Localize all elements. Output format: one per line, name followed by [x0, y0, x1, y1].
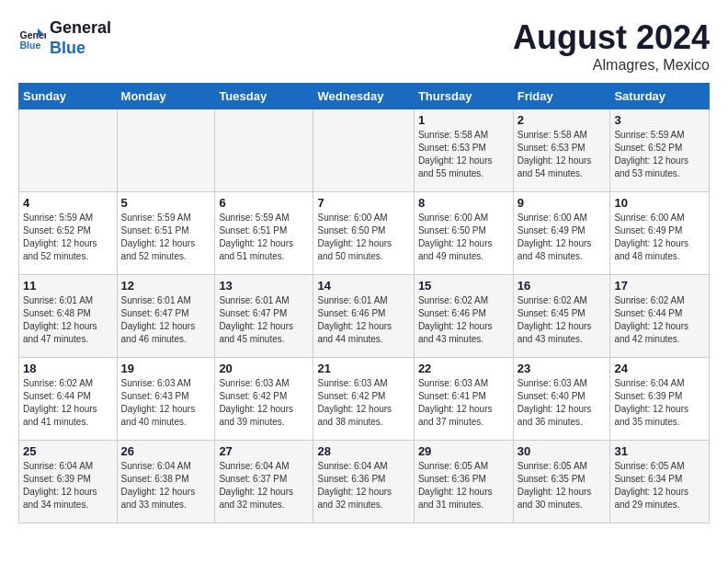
day-number: 2 — [518, 113, 607, 127]
week-row-2: 4Sunrise: 5:59 AM Sunset: 6:52 PM Daylig… — [19, 192, 710, 275]
logo-text-line1: General — [50, 18, 111, 39]
calendar-cell: 22Sunrise: 6:03 AM Sunset: 6:41 PM Dayli… — [414, 358, 513, 441]
calendar-header: SundayMondayTuesdayWednesdayThursdayFrid… — [19, 84, 710, 109]
day-detail: Sunrise: 6:03 AM Sunset: 6:41 PM Dayligh… — [418, 377, 509, 429]
week-row-5: 25Sunrise: 6:04 AM Sunset: 6:39 PM Dayli… — [19, 441, 710, 523]
day-detail: Sunrise: 6:05 AM Sunset: 6:36 PM Dayligh… — [418, 460, 509, 511]
calendar-body: 1Sunrise: 5:58 AM Sunset: 6:53 PM Daylig… — [19, 109, 710, 523]
day-number: 31 — [614, 444, 705, 458]
header-day-saturday: Saturday — [610, 84, 710, 109]
day-detail: Sunrise: 5:59 AM Sunset: 6:51 PM Dayligh… — [121, 212, 211, 263]
calendar-cell: 14Sunrise: 6:01 AM Sunset: 6:46 PM Dayli… — [313, 275, 414, 358]
calendar-cell: 8Sunrise: 6:00 AM Sunset: 6:50 PM Daylig… — [414, 192, 513, 275]
calendar-cell: 18Sunrise: 6:02 AM Sunset: 6:44 PM Dayli… — [19, 358, 118, 441]
location: Almagres, Mexico — [513, 57, 710, 74]
logo: General Blue General Blue — [18, 18, 111, 58]
day-number: 8 — [418, 196, 509, 210]
svg-text:Blue: Blue — [20, 39, 41, 50]
day-detail: Sunrise: 6:04 AM Sunset: 6:38 PM Dayligh… — [121, 460, 211, 511]
calendar-cell: 21Sunrise: 6:03 AM Sunset: 6:42 PM Dayli… — [313, 358, 414, 441]
calendar-cell — [117, 109, 215, 192]
week-row-4: 18Sunrise: 6:02 AM Sunset: 6:44 PM Dayli… — [19, 358, 710, 441]
calendar-cell: 16Sunrise: 6:02 AM Sunset: 6:45 PM Dayli… — [513, 275, 610, 358]
day-detail: Sunrise: 6:00 AM Sunset: 6:50 PM Dayligh… — [317, 212, 409, 263]
calendar-cell: 27Sunrise: 6:04 AM Sunset: 6:37 PM Dayli… — [215, 441, 313, 523]
logo-icon: General Blue — [18, 25, 46, 52]
calendar-cell: 17Sunrise: 6:02 AM Sunset: 6:44 PM Dayli… — [610, 275, 710, 358]
day-number: 23 — [518, 362, 607, 375]
day-number: 12 — [121, 279, 211, 293]
day-number: 17 — [614, 279, 705, 293]
calendar-cell: 7Sunrise: 6:00 AM Sunset: 6:50 PM Daylig… — [313, 192, 414, 275]
day-number: 24 — [614, 362, 705, 375]
day-number: 6 — [219, 196, 309, 210]
day-detail: Sunrise: 6:00 AM Sunset: 6:49 PM Dayligh… — [518, 212, 607, 263]
calendar-cell: 15Sunrise: 6:02 AM Sunset: 6:46 PM Dayli… — [414, 275, 513, 358]
day-detail: Sunrise: 6:03 AM Sunset: 6:43 PM Dayligh… — [121, 377, 211, 429]
day-detail: Sunrise: 6:04 AM Sunset: 6:37 PM Dayligh… — [219, 460, 309, 511]
calendar-cell: 26Sunrise: 6:04 AM Sunset: 6:38 PM Dayli… — [117, 441, 215, 523]
day-detail: Sunrise: 6:04 AM Sunset: 6:39 PM Dayligh… — [614, 377, 705, 429]
day-number: 15 — [418, 279, 509, 293]
calendar-cell — [313, 109, 414, 192]
header-day-wednesday: Wednesday — [313, 84, 414, 109]
day-number: 25 — [23, 444, 113, 458]
day-detail: Sunrise: 6:02 AM Sunset: 6:45 PM Dayligh… — [518, 294, 607, 346]
page-header: General Blue General Blue August 2024 Al… — [18, 18, 710, 74]
day-detail: Sunrise: 5:58 AM Sunset: 6:53 PM Dayligh… — [518, 129, 607, 180]
day-detail: Sunrise: 6:01 AM Sunset: 6:46 PM Dayligh… — [317, 294, 409, 346]
day-detail: Sunrise: 6:05 AM Sunset: 6:34 PM Dayligh… — [614, 460, 705, 511]
calendar-cell: 19Sunrise: 6:03 AM Sunset: 6:43 PM Dayli… — [117, 358, 215, 441]
day-number: 21 — [317, 362, 409, 375]
day-detail: Sunrise: 5:59 AM Sunset: 6:52 PM Dayligh… — [614, 129, 705, 180]
day-detail: Sunrise: 6:01 AM Sunset: 6:48 PM Dayligh… — [23, 294, 113, 346]
header-day-thursday: Thursday — [414, 84, 513, 109]
day-number: 7 — [317, 196, 409, 210]
day-number: 10 — [614, 196, 705, 210]
calendar-cell: 20Sunrise: 6:03 AM Sunset: 6:42 PM Dayli… — [215, 358, 313, 441]
calendar-cell — [19, 109, 118, 192]
calendar-cell: 25Sunrise: 6:04 AM Sunset: 6:39 PM Dayli… — [19, 441, 118, 523]
calendar-cell: 23Sunrise: 6:03 AM Sunset: 6:40 PM Dayli… — [513, 358, 610, 441]
day-number: 13 — [219, 279, 309, 293]
day-detail: Sunrise: 6:00 AM Sunset: 6:50 PM Dayligh… — [418, 212, 509, 263]
day-detail: Sunrise: 6:05 AM Sunset: 6:35 PM Dayligh… — [518, 460, 607, 511]
header-day-tuesday: Tuesday — [215, 84, 313, 109]
day-detail: Sunrise: 6:00 AM Sunset: 6:49 PM Dayligh… — [614, 212, 705, 263]
day-number: 19 — [121, 362, 211, 375]
day-detail: Sunrise: 6:03 AM Sunset: 6:42 PM Dayligh… — [219, 377, 309, 429]
calendar-table: SundayMondayTuesdayWednesdayThursdayFrid… — [18, 83, 710, 523]
calendar-cell: 6Sunrise: 5:59 AM Sunset: 6:51 PM Daylig… — [215, 192, 313, 275]
day-detail: Sunrise: 5:59 AM Sunset: 6:52 PM Dayligh… — [23, 212, 113, 263]
week-row-1: 1Sunrise: 5:58 AM Sunset: 6:53 PM Daylig… — [19, 109, 710, 192]
header-day-sunday: Sunday — [19, 84, 118, 109]
header-row: SundayMondayTuesdayWednesdayThursdayFrid… — [19, 84, 710, 109]
calendar-cell: 24Sunrise: 6:04 AM Sunset: 6:39 PM Dayli… — [610, 358, 710, 441]
day-detail: Sunrise: 6:02 AM Sunset: 6:44 PM Dayligh… — [23, 377, 113, 429]
calendar-cell: 5Sunrise: 5:59 AM Sunset: 6:51 PM Daylig… — [117, 192, 215, 275]
day-number: 14 — [317, 279, 409, 293]
calendar-cell: 1Sunrise: 5:58 AM Sunset: 6:53 PM Daylig… — [414, 109, 513, 192]
day-detail: Sunrise: 6:03 AM Sunset: 6:42 PM Dayligh… — [317, 377, 409, 429]
calendar-cell: 29Sunrise: 6:05 AM Sunset: 6:36 PM Dayli… — [414, 441, 513, 523]
calendar-cell: 9Sunrise: 6:00 AM Sunset: 6:49 PM Daylig… — [513, 192, 610, 275]
calendar-cell: 4Sunrise: 5:59 AM Sunset: 6:52 PM Daylig… — [19, 192, 118, 275]
calendar-cell: 3Sunrise: 5:59 AM Sunset: 6:52 PM Daylig… — [610, 109, 710, 192]
day-detail: Sunrise: 6:04 AM Sunset: 6:39 PM Dayligh… — [23, 460, 113, 511]
day-number: 26 — [121, 444, 211, 458]
day-detail: Sunrise: 6:01 AM Sunset: 6:47 PM Dayligh… — [121, 294, 211, 346]
calendar-cell: 11Sunrise: 6:01 AM Sunset: 6:48 PM Dayli… — [19, 275, 118, 358]
day-number: 4 — [23, 196, 113, 210]
calendar-cell: 28Sunrise: 6:04 AM Sunset: 6:36 PM Dayli… — [313, 441, 414, 523]
day-detail: Sunrise: 5:58 AM Sunset: 6:53 PM Dayligh… — [418, 129, 509, 180]
month-year: August 2024 — [513, 18, 710, 57]
week-row-3: 11Sunrise: 6:01 AM Sunset: 6:48 PM Dayli… — [19, 275, 710, 358]
day-detail: Sunrise: 5:59 AM Sunset: 6:51 PM Dayligh… — [219, 212, 309, 263]
day-number: 20 — [219, 362, 309, 375]
calendar-cell: 13Sunrise: 6:01 AM Sunset: 6:47 PM Dayli… — [215, 275, 313, 358]
day-number: 3 — [614, 113, 705, 127]
calendar-cell: 10Sunrise: 6:00 AM Sunset: 6:49 PM Dayli… — [610, 192, 710, 275]
day-number: 11 — [23, 279, 113, 293]
calendar-cell: 12Sunrise: 6:01 AM Sunset: 6:47 PM Dayli… — [117, 275, 215, 358]
calendar-cell: 30Sunrise: 6:05 AM Sunset: 6:35 PM Dayli… — [513, 441, 610, 523]
